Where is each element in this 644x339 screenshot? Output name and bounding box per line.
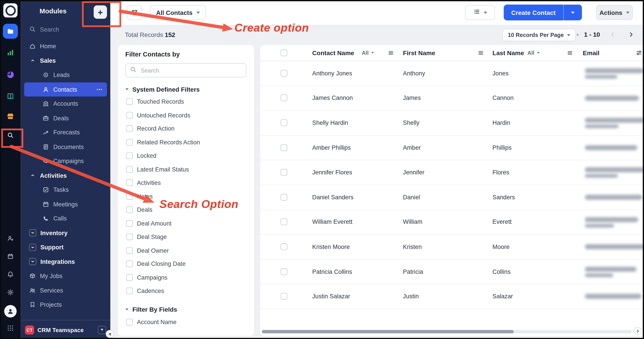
user-avatar[interactable] xyxy=(4,305,17,318)
sidebar-item-inventory[interactable]: Inventory xyxy=(21,226,110,240)
cell-contact-name[interactable]: William Everett xyxy=(312,219,352,225)
table-row-shelly-hardin[interactable]: Shelly HardinShellyHardin xyxy=(260,110,644,135)
sidebar-item-support[interactable]: Support xyxy=(21,240,110,255)
column-menu-icon[interactable] xyxy=(567,50,573,56)
row-checkbox[interactable] xyxy=(280,293,287,300)
checkbox[interactable] xyxy=(126,152,133,159)
teamspace-caret-icon[interactable] xyxy=(98,326,106,334)
create-contact-button[interactable]: Create Contact xyxy=(504,5,563,20)
checkbox[interactable] xyxy=(126,206,133,213)
column-settings-icon[interactable] xyxy=(636,50,642,56)
teamspace-switcher[interactable]: CT CRM Teamspace xyxy=(21,320,110,339)
app-grid-icon[interactable] xyxy=(7,325,14,332)
table-row-patricia-collins[interactable]: Patricia CollinsPatriciaCollins xyxy=(260,259,644,284)
column-menu-icon[interactable] xyxy=(388,50,394,56)
checkbox[interactable] xyxy=(126,193,133,200)
sidebar-item-documents[interactable]: Documents xyxy=(21,140,110,154)
sidebar-item-calls[interactable]: Calls xyxy=(21,211,110,226)
row-checkbox[interactable] xyxy=(280,144,287,151)
checkbox[interactable] xyxy=(126,112,133,119)
collapse-sidebar-button[interactable] xyxy=(106,330,114,338)
cell-contact-name[interactable]: Amber Phillips xyxy=(312,144,351,151)
sidebar-item-deals[interactable]: Deals xyxy=(21,111,110,125)
scroll-right-button[interactable] xyxy=(634,327,642,335)
cell-contact-name[interactable]: Kristen Moore xyxy=(312,243,350,250)
gear-icon[interactable] xyxy=(7,289,14,296)
row-checkbox[interactable] xyxy=(280,119,287,126)
actions-button[interactable]: Actions xyxy=(596,5,633,20)
chevron-up-icon[interactable] xyxy=(29,57,36,64)
more-options-icon[interactable] xyxy=(96,86,103,93)
search-icon[interactable] xyxy=(7,132,14,139)
checkbox[interactable] xyxy=(126,234,133,240)
column-menu-icon[interactable] xyxy=(478,50,484,56)
add-user-icon[interactable] xyxy=(7,235,14,242)
cell-contact-name[interactable]: Daniel Sanders xyxy=(312,194,354,200)
pie-chart-icon[interactable] xyxy=(6,71,14,79)
column-filter-last-name[interactable]: All xyxy=(528,50,540,56)
sidebar-item-leads[interactable]: Leads xyxy=(21,68,110,82)
row-checkbox[interactable] xyxy=(280,70,287,76)
records-per-page-select[interactable]: 10 Records Per Page xyxy=(502,29,576,41)
checkbox[interactable] xyxy=(126,98,133,105)
sidebar-item-tasks[interactable]: Tasks xyxy=(21,183,110,197)
bar-chart-icon[interactable] xyxy=(6,49,14,57)
table-row-amber-phillips[interactable]: Amber PhillipsAmberPhillips xyxy=(260,135,644,160)
sidebar-item-sales[interactable]: Sales xyxy=(21,53,110,68)
sidebar-search[interactable]: Search xyxy=(21,23,110,36)
create-contact-dropdown[interactable] xyxy=(563,5,582,20)
folder-button[interactable] xyxy=(3,24,18,39)
row-checkbox[interactable] xyxy=(280,94,287,101)
chevron-down-icon[interactable] xyxy=(29,244,36,251)
column-header-last-name[interactable]: Last Name xyxy=(492,49,524,56)
filter-item-activities[interactable]: Activities xyxy=(125,176,246,190)
column-header-email[interactable]: Email xyxy=(583,49,600,56)
list-view-style-button[interactable] xyxy=(465,5,495,20)
filter-funnel-button[interactable] xyxy=(127,5,142,20)
table-row-jennifer-flores[interactable]: Jennifer FloresJenniferFlores xyxy=(260,160,644,185)
filter-item-deal-amount[interactable]: Deal Amount xyxy=(125,217,246,230)
bell-icon[interactable] xyxy=(7,271,14,278)
filter-item-cadences[interactable]: Cadences xyxy=(125,284,246,298)
column-header-contact-name[interactable]: Contact Name xyxy=(312,49,354,56)
cell-contact-name[interactable]: Patricia Collins xyxy=(312,268,352,275)
table-row-william-everett[interactable]: William EverettWilliamEverett xyxy=(260,210,644,235)
folder-icon[interactable] xyxy=(3,24,18,39)
sidebar-item-campaigns[interactable]: Campaigns xyxy=(21,154,110,168)
pagination-prev-button[interactable] xyxy=(608,30,617,39)
scrollbar-thumb[interactable] xyxy=(262,330,514,333)
checkbox[interactable] xyxy=(126,261,133,267)
cell-contact-name[interactable]: Justin Salazar xyxy=(312,293,350,300)
row-checkbox[interactable] xyxy=(280,268,287,275)
sidebar-item-meetings[interactable]: Meetings xyxy=(21,197,110,212)
cell-contact-name[interactable]: Anthony Jones xyxy=(312,70,352,76)
row-checkbox[interactable] xyxy=(280,194,287,200)
chevron-up-icon[interactable] xyxy=(29,172,36,179)
sidebar-item-my-jobs[interactable]: My Jobs xyxy=(21,269,110,283)
filter-item-deal-owner[interactable]: Deal Owner xyxy=(125,244,246,257)
sidebar-item-contacts[interactable]: Contacts xyxy=(24,82,107,96)
table-row-kristen-moore[interactable]: Kristen MooreKristenMoore xyxy=(260,235,644,260)
filter-item-latest-email-status[interactable]: Latest Email Status xyxy=(125,163,246,176)
filter-item-record-action[interactable]: Record Action xyxy=(125,122,246,135)
checkbox[interactable] xyxy=(126,125,133,132)
filter-item-campaigns[interactable]: Campaigns xyxy=(125,271,246,284)
sidebar-item-integrations[interactable]: Integrations xyxy=(21,255,110,269)
checkbox[interactable] xyxy=(126,180,133,186)
filter-section-system-defined-filters[interactable]: System Defined Filters xyxy=(125,83,246,95)
sidebar-item-accounts[interactable]: Accounts xyxy=(21,96,110,111)
filter-section-filter-by-fields[interactable]: Filter By Fields xyxy=(125,304,246,315)
notebook-icon[interactable] xyxy=(6,92,14,100)
horizontal-scrollbar[interactable] xyxy=(262,330,632,333)
filter-item-related-records-action[interactable]: Related Records Action xyxy=(125,135,246,149)
table-row-justin-salazar[interactable]: Justin SalazarJustinSalazar xyxy=(260,284,644,309)
checkbox[interactable] xyxy=(126,139,133,145)
pagination-next-button[interactable] xyxy=(627,30,635,39)
filter-item-touched-records[interactable]: Touched Records xyxy=(125,95,246,109)
calendar-icon[interactable] xyxy=(7,253,14,260)
checkbox[interactable] xyxy=(126,288,133,294)
checkbox[interactable] xyxy=(126,220,133,227)
table-row-james-cannon[interactable]: James CannonJamesCannon xyxy=(260,86,644,111)
sidebar-item-services[interactable]: Services xyxy=(21,283,110,298)
sidebar-item-activities[interactable]: Activities xyxy=(21,168,110,183)
